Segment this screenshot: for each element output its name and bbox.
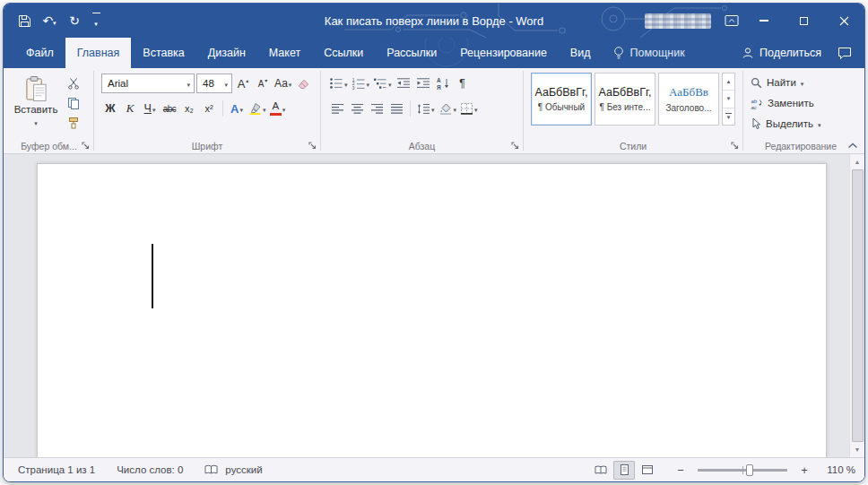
collapse-ribbon-button[interactable] — [846, 140, 860, 151]
highlight-color-button[interactable] — [247, 99, 267, 118]
find-button[interactable]: Найти — [751, 74, 851, 91]
svg-text:3: 3 — [352, 86, 354, 90]
text-effects-button[interactable]: А — [228, 99, 246, 118]
styles-group-label: Стили — [525, 141, 741, 152]
font-group-label: Шрифт — [96, 141, 318, 152]
align-left-icon — [331, 103, 344, 115]
increase-indent-button[interactable] — [414, 74, 432, 93]
customize-quick-access-button[interactable] — [88, 9, 104, 32]
gallery-scroll-up-button[interactable]: ▲ — [723, 74, 734, 91]
tab-view[interactable]: Вид — [559, 38, 603, 68]
zoom-level[interactable]: 110 % — [820, 464, 855, 475]
chevron-down-icon — [289, 77, 292, 90]
redo-button[interactable]: ↻ — [63, 9, 86, 32]
vertical-scrollbar[interactable] — [849, 154, 864, 457]
tab-design[interactable]: Дизайн — [196, 38, 257, 68]
undo-button[interactable]: ↶ — [38, 9, 61, 32]
format-painter-button[interactable] — [65, 115, 82, 131]
align-center-button[interactable] — [348, 99, 366, 118]
chevron-down-icon — [187, 78, 190, 89]
read-mode-button[interactable] — [590, 461, 612, 480]
numbered-list-icon: 1 2 3 — [352, 77, 366, 90]
print-layout-button[interactable] — [613, 461, 635, 480]
overline-decoration — [725, 113, 732, 114]
tab-home[interactable]: Главная — [65, 38, 132, 68]
borders-button[interactable] — [459, 99, 479, 118]
close-button[interactable] — [824, 4, 864, 38]
page-count[interactable]: Страница 1 из 1 — [18, 464, 95, 475]
shrink-font-button[interactable]: А — [254, 74, 272, 93]
line-spacing-icon — [416, 103, 430, 115]
share-button[interactable]: Поделиться — [742, 47, 821, 59]
tab-review[interactable]: Рецензирование — [448, 38, 559, 68]
subscript-button[interactable]: x₂ — [180, 99, 198, 118]
align-left-button[interactable] — [328, 99, 346, 118]
tab-file[interactable]: Файл — [14, 38, 65, 68]
clear-formatting-button[interactable] — [294, 74, 312, 93]
strikethrough-button[interactable]: abc — [161, 99, 178, 118]
svg-text:ac: ac — [751, 104, 757, 108]
select-button[interactable]: Выделить — [751, 115, 851, 133]
clipboard-small-buttons — [65, 73, 82, 131]
document-page[interactable] — [37, 163, 827, 457]
scroll-down-arrow[interactable] — [850, 443, 864, 456]
gallery-scroll-down-button[interactable]: ▼ — [723, 91, 734, 108]
copy-button[interactable] — [65, 95, 82, 111]
paragraph-group-label: Абзац — [323, 141, 521, 152]
style-card-no-spacing[interactable]: АаБбВвГг, ¶ Без инте... — [595, 73, 655, 126]
underline-button[interactable]: Ч — [141, 99, 159, 118]
italic-button[interactable]: К — [121, 99, 139, 118]
multilevel-list-button[interactable] — [372, 74, 393, 93]
word-count[interactable]: Число слов: 0 — [117, 464, 183, 475]
zoom-slider-thumb[interactable] — [746, 464, 753, 476]
font-dialog-launcher[interactable] — [307, 140, 319, 152]
font-color-button[interactable]: А — [269, 99, 287, 118]
tab-insert[interactable]: Вставка — [131, 38, 195, 68]
save-button[interactable] — [13, 9, 36, 32]
language-status[interactable]: русский — [204, 464, 262, 475]
paragraph-dialog-launcher[interactable] — [509, 140, 522, 152]
maximize-button[interactable] — [784, 4, 824, 38]
web-layout-button[interactable] — [637, 461, 658, 480]
superscript-button[interactable]: x² — [200, 99, 218, 118]
font-family-combo[interactable]: Arial — [101, 74, 195, 93]
tab-references[interactable]: Ссылки — [312, 38, 375, 68]
gallery-more-button[interactable]: ▼ — [723, 108, 734, 125]
maximize-icon — [800, 17, 808, 25]
cut-button[interactable] — [65, 75, 82, 91]
grow-font-button[interactable]: А — [234, 74, 252, 93]
ribbon-display-options-button[interactable] — [720, 9, 743, 32]
dialog-launcher-icon — [731, 142, 740, 151]
font-family-value: Arial — [108, 78, 128, 89]
paste-button[interactable]: Вставить — [12, 73, 60, 131]
show-formatting-marks-button[interactable]: ¶ — [454, 74, 472, 93]
change-case-button[interactable]: Аа — [273, 74, 292, 93]
justify-button[interactable] — [387, 99, 405, 118]
font-size-combo[interactable]: 48 — [196, 74, 232, 93]
clipboard-group-label: Буфер обм... — [6, 141, 91, 152]
style-card-heading[interactable]: АаБбВв Заголово... — [658, 73, 719, 126]
zoom-in-button[interactable]: + — [796, 463, 812, 477]
bold-button[interactable]: Ж — [101, 99, 119, 118]
decrease-indent-button[interactable] — [395, 74, 412, 93]
minimize-button[interactable] — [743, 4, 784, 38]
clipboard-dialog-launcher[interactable] — [80, 140, 92, 152]
zoom-out-button[interactable]: − — [673, 463, 689, 477]
numbering-button[interactable]: 1 2 3 — [351, 74, 371, 93]
tab-mailings[interactable]: Рассылки — [375, 38, 448, 68]
dialog-launcher-icon — [82, 142, 91, 151]
zoom-slider[interactable] — [698, 469, 787, 472]
style-card-normal[interactable]: АаБбВвГг, ¶ Обычный — [531, 73, 592, 126]
align-right-button[interactable] — [368, 99, 386, 118]
tab-layout[interactable]: Макет — [257, 38, 312, 68]
bullets-button[interactable] — [328, 74, 349, 93]
replace-button[interactable]: ab ac Заменить — [751, 94, 851, 112]
line-spacing-button[interactable] — [415, 99, 436, 118]
comment-icon[interactable] — [838, 47, 852, 60]
styles-dialog-launcher[interactable] — [729, 140, 742, 152]
tab-assistant[interactable]: Помощник — [602, 38, 696, 68]
sort-button[interactable]: А Я — [434, 74, 452, 93]
shading-button[interactable] — [438, 99, 458, 118]
scroll-up-arrow[interactable] — [850, 155, 864, 169]
scrollbar-thumb[interactable] — [852, 169, 864, 442]
